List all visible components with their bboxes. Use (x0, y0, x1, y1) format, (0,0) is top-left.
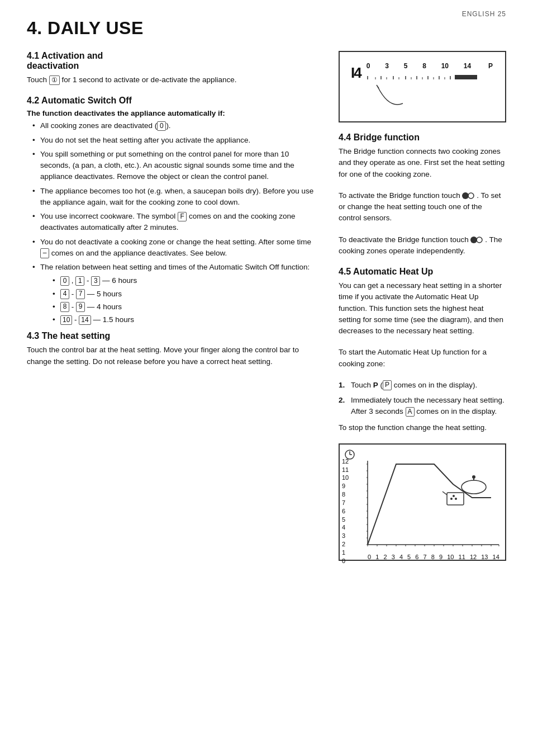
chart-svg (356, 458, 499, 553)
list-item: You spill something or put something on … (32, 149, 321, 183)
x-7: 7 (423, 554, 427, 560)
section-45: 4.5 Automatic Heat Up You can get a nece… (339, 267, 506, 561)
step-2-num: 2. (339, 395, 348, 418)
y-1: 1 (342, 549, 349, 556)
curve-svg (372, 84, 417, 112)
section-41: 4.1 Activation anddeactivation Touch ① f… (27, 51, 321, 86)
list-item: You do not set the heat setting after yo… (32, 135, 321, 146)
scale-p: P (488, 62, 493, 70)
list-item: 8 - 9 — 4 hours (53, 301, 321, 313)
bridge-icon-activate (462, 191, 474, 200)
x-2: 2 (383, 554, 387, 560)
kbd-1: 1 (75, 276, 84, 286)
list-item: 0 , 1 - 3 — 6 hours (53, 275, 321, 286)
list-item: 4 - 7 — 5 hours (53, 289, 321, 300)
x-6: 6 (415, 554, 418, 560)
heatup-chart: 0 1 2 3 4 5 6 7 8 9 10 11 12 (339, 443, 506, 561)
section-41-title: 4.1 Activation anddeactivation (27, 51, 321, 71)
zero-symbol: 0 (157, 121, 166, 131)
y-2: 2 (342, 541, 349, 547)
section-45-body3: To stop the function change the heat set… (339, 422, 506, 433)
section-43-title: 4.3 The heat setting (27, 331, 321, 341)
scale-3: 3 (385, 62, 389, 70)
svg-rect-15 (455, 75, 477, 79)
list-item: The appliance becomes too hot (e.g. when… (32, 186, 321, 209)
section-42-title: 4.2 Automatic Switch Off (27, 96, 321, 106)
svg-point-56 (450, 498, 453, 500)
list-item: The relation between heat setting and ti… (32, 262, 321, 325)
step-2: 2. Immediately touch the necessary heat … (339, 395, 506, 418)
page: ENGLISH 25 4. DAILY USE 4.1 Activation a… (0, 0, 533, 756)
section-42-num: 4.2 (27, 96, 39, 105)
sub-bullet-list: 0 , 1 - 3 — 6 hours 4 - 7 — 5 hours 8 - … (40, 275, 321, 325)
f-symbol: F (178, 212, 187, 222)
kbd-0: 0 (60, 276, 69, 286)
page-header: ENGLISH 25 (462, 10, 506, 18)
svg-point-20 (477, 237, 482, 243)
x-labels: 0 1 2 3 4 5 6 7 8 9 10 11 12 (356, 554, 499, 560)
section-44-body1: The Bridge function connects two cooking… (339, 146, 506, 180)
x-0: 0 (368, 554, 371, 560)
y-labels: 0 1 2 3 4 5 6 7 8 9 10 11 12 (342, 458, 349, 564)
diagram-indicator: I4 (351, 64, 361, 82)
section-42: 4.2 Automatic Switch Off The function de… (27, 96, 321, 325)
y-9: 9 (342, 483, 349, 489)
x-8: 8 (431, 554, 435, 560)
diagram-scale: 0 3 5 8 10 14 P (367, 62, 494, 70)
x-12: 12 (470, 554, 477, 560)
y-3: 3 (342, 532, 349, 539)
section-44-body3: To deactivate the Bridge function touch … (339, 234, 506, 257)
chapter-title: 4. DAILY USE (27, 18, 506, 39)
section-44-title-text: Bridge function (354, 133, 420, 142)
section-42-bullets: All cooking zones are deactivated (0). Y… (27, 120, 321, 325)
y-11: 11 (342, 466, 349, 473)
y-4: 4 (342, 524, 349, 531)
list-item: 10 - 14 — 1.5 hours (53, 314, 321, 325)
y-12: 12 (342, 458, 349, 465)
top-diagram: I4 0 3 5 8 10 14 P (339, 51, 506, 122)
minus-symbol: – (40, 248, 49, 258)
svg-point-61 (472, 475, 475, 479)
section-45-title: 4.5 Automatic Heat Up (339, 267, 506, 277)
y-8: 8 (342, 491, 349, 498)
main-content: 4.1 Activation anddeactivation Touch ① f… (27, 51, 506, 561)
a-kbd: A (406, 407, 415, 417)
chapter-num: 4. (27, 18, 42, 38)
x-1: 1 (375, 554, 379, 560)
x-10: 10 (447, 554, 454, 560)
list-item: All cooking zones are deactivated (0). (32, 120, 321, 131)
power-symbol: ① (49, 75, 60, 86)
diagram-curve (372, 84, 494, 114)
kbd-14: 14 (79, 315, 91, 325)
scale-0: 0 (367, 62, 370, 70)
svg-line-16 (377, 85, 379, 88)
x-5: 5 (407, 554, 411, 560)
step-1-text: Touch P (P comes on in the display). (351, 380, 477, 391)
kbd-9: 9 (76, 302, 85, 312)
scale-14: 14 (464, 62, 471, 70)
kbd-4: 4 (60, 289, 69, 299)
kbd-8: 8 (60, 302, 69, 312)
section-45-num: 4.5 (339, 267, 351, 276)
tick-svg (367, 72, 494, 79)
y-7: 7 (342, 499, 349, 506)
left-column: 4.1 Activation anddeactivation Touch ① f… (27, 51, 321, 561)
section-44-title: 4.4 Bridge function (339, 133, 506, 143)
chapter-text: DAILY USE (47, 18, 144, 38)
svg-point-18 (468, 193, 474, 199)
p-kbd: P (383, 380, 392, 390)
kbd-7: 7 (76, 289, 85, 299)
section-43-body: Touch the control bar at the heat settin… (27, 344, 321, 367)
step-1: 1. Touch P (P comes on in the display). (339, 380, 506, 391)
section-42-title-text: Automatic Switch Off (41, 96, 132, 105)
tick-marks (367, 72, 494, 79)
right-column: I4 0 3 5 8 10 14 P (339, 51, 506, 561)
section-43-title-text: The heat setting (42, 331, 111, 341)
kbd-3: 3 (91, 276, 100, 286)
x-3: 3 (392, 554, 395, 560)
list-item: You do not deactivate a cooking zone or … (32, 237, 321, 259)
section-45-body2: To start the Automatic Heat Up function … (339, 347, 506, 370)
section-44-num: 4.4 (339, 133, 351, 142)
svg-point-17 (462, 192, 469, 199)
x-11: 11 (459, 554, 465, 560)
